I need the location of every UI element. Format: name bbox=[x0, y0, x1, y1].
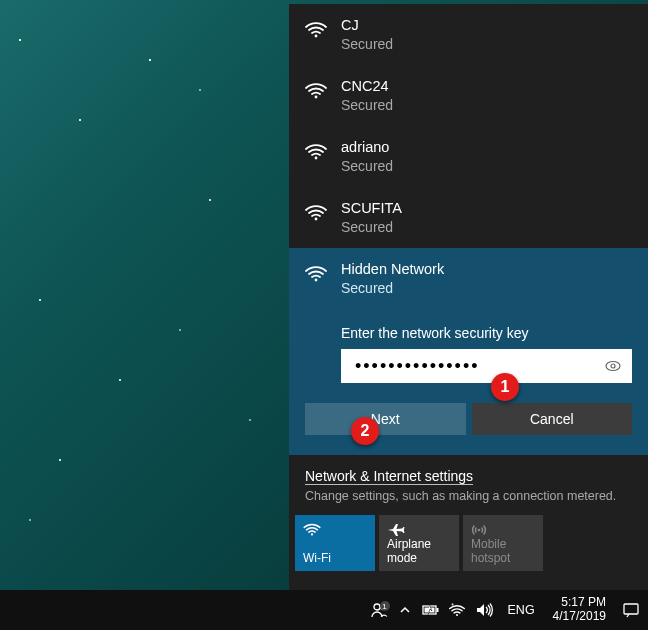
network-list: CJ Secured CNC24 Secured adriano Secured bbox=[289, 4, 648, 455]
action-center-icon[interactable] bbox=[620, 599, 642, 621]
network-status: Secured bbox=[341, 218, 402, 236]
network-item-selected[interactable]: Hidden Network Secured Enter the network… bbox=[289, 248, 648, 455]
tile-label: Wi-Fi bbox=[303, 551, 369, 565]
network-status: Secured bbox=[341, 157, 393, 175]
svg-point-6 bbox=[611, 364, 615, 368]
volume-icon[interactable] bbox=[474, 601, 496, 619]
network-name: adriano bbox=[341, 138, 393, 157]
wifi-icon bbox=[305, 81, 327, 99]
airplane-icon bbox=[387, 522, 405, 538]
network-text: SCUFITA Secured bbox=[341, 199, 402, 236]
network-item[interactable]: adriano Secured bbox=[289, 126, 648, 187]
svg-point-9 bbox=[374, 604, 380, 610]
people-icon[interactable] bbox=[370, 601, 388, 619]
svg-point-0 bbox=[315, 35, 318, 38]
svg-text:*: * bbox=[451, 603, 454, 609]
network-name: CNC24 bbox=[341, 77, 393, 96]
battery-icon[interactable] bbox=[422, 601, 440, 619]
svg-point-7 bbox=[311, 534, 313, 536]
reveal-password-icon[interactable] bbox=[604, 357, 622, 375]
svg-point-1 bbox=[315, 96, 318, 99]
cancel-button[interactable]: Cancel bbox=[472, 403, 633, 435]
network-item[interactable]: CNC24 Secured bbox=[289, 65, 648, 126]
settings-area: Network & Internet settings Change setti… bbox=[289, 455, 648, 515]
network-settings-link[interactable]: Network & Internet settings bbox=[305, 468, 473, 485]
hotspot-tile[interactable]: Mobile hotspot bbox=[463, 515, 543, 571]
date-text: 4/17/2019 bbox=[553, 610, 606, 624]
annotation-callout-2: 2 bbox=[351, 417, 379, 445]
quick-actions: Wi-Fi Airplane mode Mobile hotspot bbox=[289, 515, 648, 577]
settings-subtext: Change settings, such as making a connec… bbox=[305, 489, 632, 503]
svg-point-8 bbox=[478, 529, 481, 532]
network-status: Secured bbox=[341, 279, 444, 297]
wifi-tile[interactable]: Wi-Fi bbox=[295, 515, 375, 571]
wifi-tray-icon[interactable]: * bbox=[448, 601, 466, 619]
annotation-callout-1: 1 bbox=[491, 373, 519, 401]
svg-point-2 bbox=[315, 157, 318, 160]
svg-point-14 bbox=[455, 614, 457, 616]
svg-rect-16 bbox=[624, 604, 638, 614]
next-button[interactable]: Next bbox=[305, 403, 466, 435]
svg-point-10 bbox=[380, 605, 384, 609]
connect-section: Enter the network security key Next Canc… bbox=[305, 325, 632, 435]
svg-rect-12 bbox=[436, 608, 438, 612]
password-input[interactable] bbox=[355, 356, 594, 377]
security-key-label: Enter the network security key bbox=[341, 325, 632, 341]
tile-label: Airplane mode bbox=[387, 537, 453, 565]
network-text: CNC24 Secured bbox=[341, 77, 393, 114]
password-field-wrap[interactable] bbox=[341, 349, 632, 383]
wifi-icon bbox=[305, 203, 327, 221]
network-status: Secured bbox=[341, 96, 393, 114]
tile-label-l2: hotspot bbox=[471, 551, 537, 565]
network-name: CJ bbox=[341, 16, 393, 35]
tile-label-l1: Mobile bbox=[471, 537, 537, 551]
taskbar: * ENG 5:17 PM 4/17/2019 bbox=[0, 590, 648, 630]
hotspot-icon bbox=[471, 522, 487, 538]
network-name: Hidden Network bbox=[341, 260, 444, 279]
show-hidden-icons[interactable] bbox=[396, 601, 414, 619]
clock[interactable]: 5:17 PM 4/17/2019 bbox=[547, 596, 612, 624]
network-item[interactable]: SCUFITA Secured bbox=[289, 187, 648, 248]
svg-point-5 bbox=[606, 362, 620, 371]
svg-point-3 bbox=[315, 218, 318, 221]
network-flyout: CJ Secured CNC24 Secured adriano Secured bbox=[289, 4, 648, 590]
network-name: SCUFITA bbox=[341, 199, 402, 218]
network-text: Hidden Network Secured bbox=[341, 260, 444, 297]
wifi-icon bbox=[305, 142, 327, 160]
wifi-icon bbox=[305, 264, 327, 282]
network-status: Secured bbox=[341, 35, 393, 53]
wifi-icon bbox=[303, 522, 321, 536]
airplane-tile[interactable]: Airplane mode bbox=[379, 515, 459, 571]
time-text: 5:17 PM bbox=[561, 596, 606, 610]
wifi-icon bbox=[305, 20, 327, 38]
network-text: CJ Secured bbox=[341, 16, 393, 53]
svg-point-4 bbox=[315, 279, 318, 282]
network-text: adriano Secured bbox=[341, 138, 393, 175]
network-item[interactable]: CJ Secured bbox=[289, 4, 648, 65]
language-indicator[interactable]: ENG bbox=[504, 601, 539, 619]
